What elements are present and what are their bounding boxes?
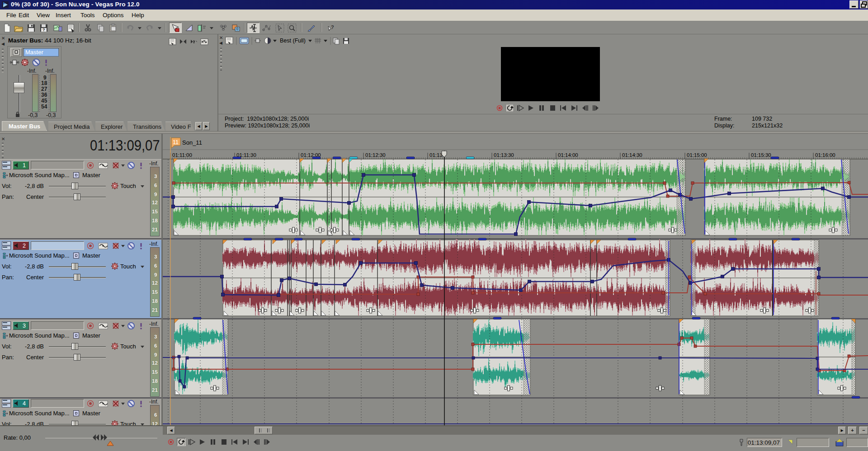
svg-text:01:11:00: 01:11:00 bbox=[172, 152, 192, 158]
svg-text:01:16:00: 01:16:00 bbox=[815, 152, 835, 158]
svg-text:11: 11 bbox=[173, 139, 179, 146]
svg-text:01:15:00: 01:15:00 bbox=[687, 152, 707, 158]
svg-text:01:14:00: 01:14:00 bbox=[558, 152, 578, 158]
svg-text:01:14:30: 01:14:30 bbox=[622, 152, 642, 158]
svg-text:01:12:30: 01:12:30 bbox=[365, 152, 386, 158]
svg-text:01:15:30: 01:15:30 bbox=[751, 152, 771, 158]
svg-text:Son_11: Son_11 bbox=[182, 139, 202, 146]
svg-text:01:13:30: 01:13:30 bbox=[494, 152, 514, 158]
